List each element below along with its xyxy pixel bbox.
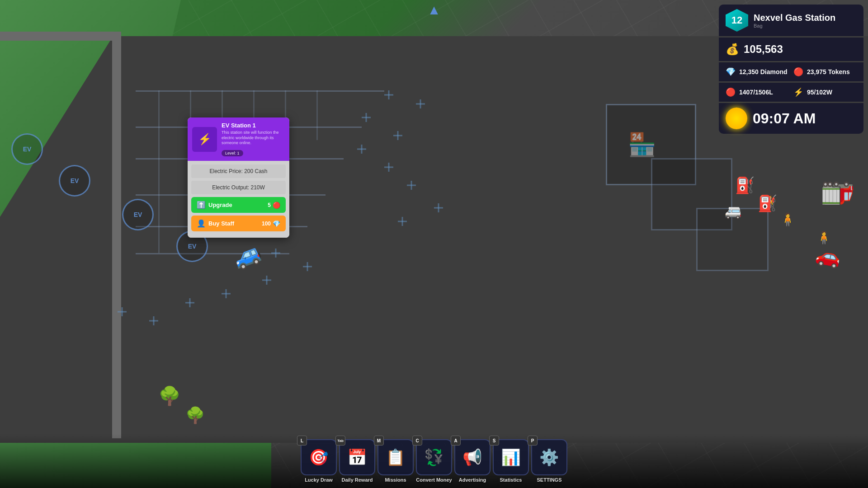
- electric-output-row: Electric Output: 210W: [191, 181, 286, 194]
- cross-4: [384, 163, 393, 172]
- top-hud: 12 Nexvel Gas Station Bag 💰 105,563 💎 12…: [719, 5, 863, 134]
- buy-staff-btn-left: 👤 Buy Staff: [197, 219, 234, 228]
- diamond-value: 12,350 Diamond: [739, 68, 788, 75]
- missions-label: Missions: [385, 477, 406, 483]
- sidewalk-top: [0, 32, 113, 41]
- sun-icon: [726, 108, 747, 129]
- ev-marker-3: EV: [122, 199, 154, 230]
- upgrade-btn-left: ⬆️ Upgrade: [197, 201, 232, 209]
- fuel-value: 1407/1506L: [739, 89, 773, 96]
- diamond-hud-icon: 💎: [726, 67, 736, 77]
- upgrade-button[interactable]: ⬆️ Upgrade 5 🔴: [191, 197, 286, 213]
- ev-marker-2: EV: [59, 165, 90, 197]
- cross-9: [398, 217, 407, 226]
- settings-label: SETTINGS: [537, 477, 561, 483]
- time-display: 09:07 AM: [753, 110, 816, 127]
- nav-arrow: ▲: [427, 2, 441, 18]
- energy-value: 95/102W: [807, 89, 832, 96]
- parking-line-6: [136, 253, 289, 254]
- cross-14: [185, 298, 194, 307]
- daily-reward-icon: 📅: [347, 448, 367, 467]
- cross-6: [416, 99, 425, 108]
- fuel-item: 🔴 1407/1506L: [726, 87, 789, 97]
- level-badge: Level: 1: [222, 150, 243, 156]
- statistics-label: Statistics: [500, 477, 522, 483]
- character-3: 🧍: [816, 230, 832, 245]
- key-badge-tab: Tab: [335, 436, 345, 446]
- lucky-draw-label: Lucky Draw: [305, 477, 333, 483]
- popup-icon: ⚡: [192, 127, 217, 152]
- bottom-toolbar: L 🎯 Lucky Draw Tab 📅 Daily Reward M 📋 Mi…: [0, 434, 868, 488]
- upgrade-cost-value: 5: [268, 202, 271, 208]
- key-badge-p: P: [528, 436, 538, 446]
- toolbar-daily-reward[interactable]: Tab 📅 Daily Reward: [339, 439, 375, 483]
- convert-money-icon: 💱: [424, 448, 444, 467]
- buy-staff-button[interactable]: 👤 Buy Staff 100 💎: [191, 216, 286, 231]
- toolbar-missions[interactable]: M 📋 Missions: [377, 439, 414, 483]
- character-2: 🧍: [780, 212, 796, 227]
- hud-fuel-energy-row: 🔴 1407/1506L ⚡ 95/102W: [719, 83, 863, 102]
- fuel-hud-icon: 🔴: [726, 87, 736, 97]
- key-badge-a: A: [451, 436, 461, 446]
- cross-15: [149, 316, 158, 325]
- hud-sub: Bag: [754, 23, 835, 28]
- buy-staff-label: Buy Staff: [208, 220, 234, 227]
- token-item: 🔴 23,975 Tokens: [793, 67, 857, 77]
- token-hud-icon: 🔴: [793, 67, 803, 77]
- daily-reward-label: Daily Reward: [341, 477, 373, 483]
- popup-description: This station site will function the elec…: [222, 130, 285, 146]
- staff-icon: 👤: [197, 219, 206, 228]
- cash-icon: 💰: [726, 43, 739, 56]
- electric-price-row: Electric Price: 200 Cash: [191, 164, 286, 178]
- cross-5: [384, 90, 393, 99]
- key-badge-l: L: [297, 436, 307, 446]
- missions-icon: 📋: [386, 448, 406, 467]
- toolbar-convert-money[interactable]: C 💱 Convert Money: [416, 439, 452, 483]
- v-line-6: [316, 90, 318, 140]
- key-badge-m: M: [374, 436, 384, 446]
- cash-amount: 105,563: [744, 43, 783, 56]
- cross-2: [393, 131, 402, 140]
- upgrade-icon: ⬆️: [197, 201, 206, 209]
- cross-16: [118, 307, 127, 316]
- popup-title: EV Station 1: [222, 122, 285, 129]
- hud-resources-row: 💎 12,350 Diamond 🔴 23,975 Tokens: [719, 62, 863, 81]
- popup-body: Electric Price: 200 Cash Electric Output…: [188, 161, 289, 238]
- toolbar-settings[interactable]: P ⚙️ SETTINGS: [531, 439, 567, 483]
- gas-pump-2: ⛽: [758, 194, 778, 213]
- upgrade-label: Upgrade: [208, 202, 232, 208]
- level-badge-hud: 12: [726, 9, 748, 32]
- cross-13: [222, 289, 231, 298]
- token-value: 23,975 Tokens: [807, 68, 850, 75]
- toolbar-lucky-draw[interactable]: L 🎯 Lucky Draw: [301, 439, 337, 483]
- settings-icon: ⚙️: [539, 448, 559, 467]
- advertising-icon: 📢: [462, 448, 482, 467]
- station-popup: ⚡ EV Station 1 This station site will fu…: [188, 117, 289, 238]
- white-car: 🚐: [725, 203, 741, 219]
- cross-3: [357, 145, 366, 154]
- popup-header: ⚡ EV Station 1 This station site will fu…: [188, 117, 289, 161]
- hud-cash-row: 💰 105,563: [719, 38, 863, 61]
- popup-title-section: EV Station 1 This station site will func…: [222, 122, 285, 156]
- hud-time-row: 09:07 AM: [719, 103, 863, 134]
- staff-cost: 100 💎: [262, 220, 280, 227]
- statistics-icon: 📊: [501, 448, 521, 467]
- parking-line-1: [136, 90, 384, 92]
- key-badge-s: S: [489, 436, 499, 446]
- upgrade-cost: 5 🔴: [268, 202, 280, 209]
- tree-2: 🌳: [185, 406, 205, 425]
- toolbar-advertising[interactable]: A 📢 Advertising: [454, 439, 491, 483]
- toolbar-statistics[interactable]: S 📊 Statistics: [493, 439, 529, 483]
- yellow-car: 🚗: [814, 242, 843, 270]
- green-truck: 🚛: [821, 181, 854, 213]
- cross-11: [303, 262, 312, 271]
- convert-money-label: Convert Money: [416, 477, 452, 483]
- cross-10: [271, 249, 280, 258]
- energy-item: ⚡ 95/102W: [793, 87, 857, 97]
- diamond-item: 💎 12,350 Diamond: [726, 67, 789, 77]
- lucky-draw-icon: 🎯: [309, 448, 329, 467]
- station-info: Nexvel Gas Station Bag: [754, 13, 835, 28]
- cross-7: [407, 181, 416, 190]
- cross-1: [362, 113, 371, 122]
- hud-header: 12 Nexvel Gas Station Bag: [719, 5, 863, 36]
